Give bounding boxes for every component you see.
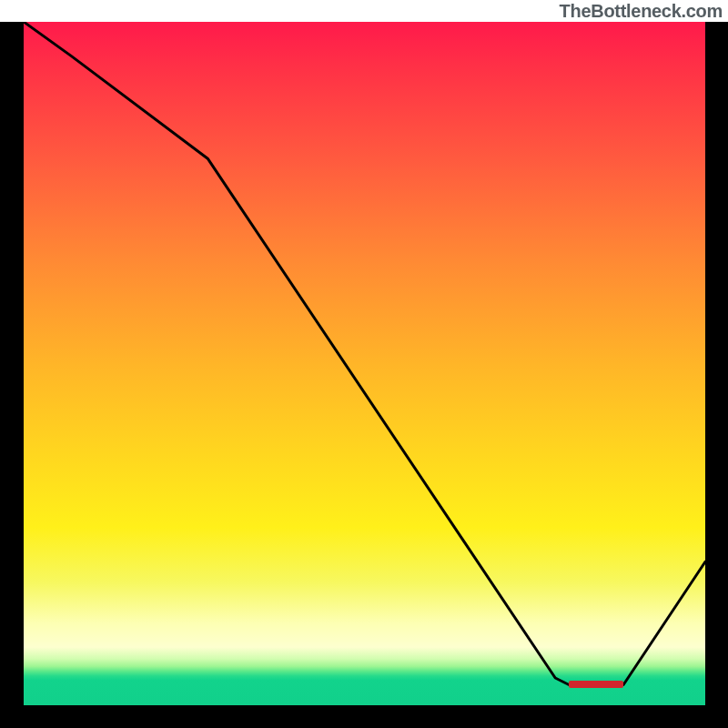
bottleneck-curve-path [24,22,705,685]
chart-frame [0,22,728,728]
attribution-text: TheBottleneck.com [560,1,723,22]
optimal-range-marker [569,681,623,688]
chart-line-svg [24,22,705,705]
chart-plot-area [24,22,705,705]
